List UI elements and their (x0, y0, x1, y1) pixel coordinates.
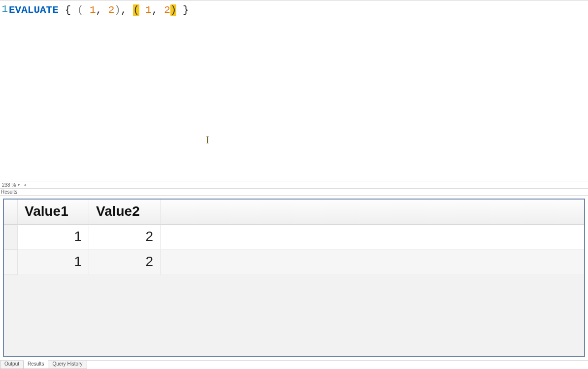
cell-value2[interactable]: 2 (89, 250, 161, 275)
token-close-paren-1: ) (114, 4, 121, 16)
grid-body: 1 2 1 2 (4, 225, 584, 275)
table-row[interactable]: 1 2 (4, 225, 584, 250)
cell-value2[interactable]: 2 (89, 225, 161, 250)
grid-header-row: Value1 Value2 (4, 200, 584, 225)
results-panel-label: Results (1, 189, 17, 195)
token-number: 1 (90, 4, 96, 16)
code-editor[interactable]: 1 EVALUATE { ( 1, 2), ( 1, 2) } I (0, 0, 588, 181)
token-number: 2 (108, 4, 115, 16)
app-root: 1 EVALUATE { ( 1, 2), ( 1, 2) } I 238 % … (0, 0, 588, 369)
table-row[interactable]: 1 2 (4, 250, 584, 275)
token-comma: , (152, 4, 158, 16)
line-number-1: 1 (0, 3, 8, 15)
cell-fill (161, 250, 584, 275)
row-indicator[interactable] (4, 225, 18, 250)
column-header-value2[interactable]: Value2 (89, 200, 161, 225)
line-number-gutter: 1 (0, 0, 9, 181)
cell-value1[interactable]: 1 (18, 225, 89, 250)
token-number: 1 (145, 4, 152, 16)
bottom-tab-strip: Output Results Query History (0, 360, 588, 369)
grid-corner (4, 200, 18, 225)
tab-query-history[interactable]: Query History (48, 361, 87, 369)
token-open-paren-2-highlighted: ( (133, 4, 139, 16)
token-number: 2 (164, 4, 170, 16)
token-evaluate: EVALUATE (9, 4, 59, 16)
column-header-fill (161, 200, 584, 225)
token-comma: , (121, 4, 127, 16)
results-grid[interactable]: Value1 Value2 1 2 1 2 (4, 200, 584, 275)
token-close-brace: } (183, 4, 189, 16)
token-close-paren-2-highlighted: ) (170, 4, 177, 16)
zoom-dropdown-icon[interactable]: ▾ (18, 183, 20, 187)
text-cursor-icon: I (206, 134, 208, 146)
column-header-value1[interactable]: Value1 (18, 200, 89, 225)
horizontal-scroll-left-icon[interactable]: ◂ (24, 182, 26, 187)
results-grid-container: Value1 Value2 1 2 1 2 (3, 199, 585, 357)
results-panel-header: Results (0, 189, 588, 196)
row-indicator[interactable] (4, 250, 18, 275)
tab-results[interactable]: Results (23, 360, 48, 369)
token-open-paren-1: ( (77, 4, 84, 16)
zoom-bar: 238 % ▾ ◂ (0, 181, 588, 189)
zoom-level[interactable]: 238 % (2, 182, 16, 188)
tab-output[interactable]: Output (0, 361, 24, 369)
grid-empty-area (4, 275, 584, 356)
cell-fill (161, 225, 584, 250)
code-text-area[interactable]: EVALUATE { ( 1, 2), ( 1, 2) } I (9, 0, 588, 181)
token-comma: , (96, 4, 102, 16)
cell-value1[interactable]: 1 (18, 250, 89, 275)
token-open-brace: { (65, 4, 71, 16)
results-pane: Value1 Value2 1 2 1 2 (0, 196, 588, 360)
